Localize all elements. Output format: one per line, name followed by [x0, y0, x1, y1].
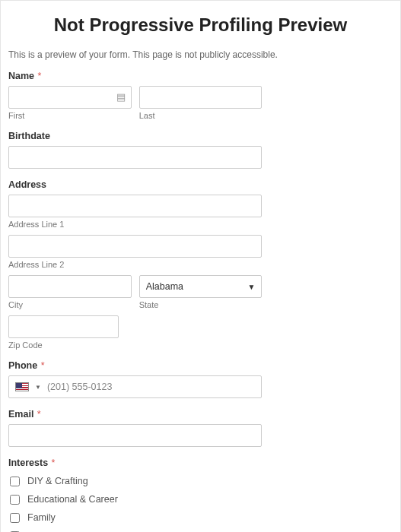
first-name-input[interactable]: [8, 86, 132, 109]
interests-label: Interests *: [8, 458, 393, 468]
interest-label: DIY & Crafting: [27, 476, 88, 486]
checkbox[interactable]: [10, 513, 20, 523]
phone-group: Phone * ▼ (201) 555-0123: [8, 360, 393, 398]
first-name-wrap: ▤: [8, 86, 132, 109]
last-name-col: Last: [139, 86, 263, 120]
phone-label-text: Phone: [8, 360, 37, 371]
phone-label: Phone *: [8, 360, 393, 371]
interest-diy[interactable]: DIY & Crafting: [10, 476, 393, 486]
state-value: Alabama: [146, 281, 183, 292]
interest-family[interactable]: Family: [10, 512, 393, 523]
address-line2-wrap: Address Line 2: [8, 235, 262, 269]
chevron-down-icon: ▼: [247, 283, 255, 291]
city-state-row: City Alabama ▼ State: [8, 275, 262, 309]
zip-sublabel: Zip Code: [8, 340, 119, 350]
address-label: Address: [8, 179, 393, 190]
city-sublabel: City: [8, 300, 132, 309]
preview-note: This is a preview of your form. This pag…: [8, 49, 393, 60]
interests-required: *: [52, 458, 56, 468]
email-wrap: [8, 424, 262, 447]
checkbox[interactable]: [10, 477, 20, 486]
name-label-text: Name: [8, 71, 34, 81]
birthdate-group: Birthdate: [8, 131, 393, 169]
email-group: Email *: [8, 409, 393, 447]
address-line2-sublabel: Address Line 2: [8, 260, 262, 269]
form-container: Not Progressive Profiling Preview This i…: [0, 0, 401, 532]
first-name-sublabel: First: [8, 111, 132, 120]
last-name-input[interactable]: [139, 86, 263, 109]
us-flag-icon: [15, 382, 29, 391]
address-line2-input[interactable]: [8, 235, 262, 258]
page-title: Not Progressive Profiling Preview: [8, 14, 393, 36]
birthdate-wrap: [8, 146, 262, 169]
state-select[interactable]: Alabama ▼: [139, 275, 263, 298]
address-group: Address Address Line 1 Address Line 2 Ci…: [8, 179, 393, 350]
interests-list: DIY & Crafting Educational & Career Fami…: [8, 476, 393, 532]
name-required: *: [38, 71, 42, 81]
name-label: Name *: [8, 71, 393, 81]
interests-group: Interests * DIY & Crafting Educational &…: [8, 458, 393, 532]
state-sublabel: State: [139, 300, 263, 309]
last-name-sublabel: Last: [139, 111, 263, 120]
city-col: City: [8, 275, 132, 309]
interest-educational[interactable]: Educational & Career: [10, 494, 393, 505]
interest-label: Family: [27, 512, 56, 523]
first-name-col: ▤ First: [8, 86, 132, 120]
address-line1-sublabel: Address Line 1: [8, 220, 262, 229]
birthdate-input[interactable]: [8, 146, 262, 169]
city-input[interactable]: [8, 275, 132, 298]
zip-input[interactable]: [8, 315, 119, 338]
interests-label-text: Interests: [8, 458, 48, 468]
interest-label: Educational & Career: [27, 494, 118, 505]
address-line1-wrap: Address Line 1: [8, 195, 262, 229]
state-col: Alabama ▼ State: [139, 275, 263, 309]
zip-wrap: Zip Code: [8, 315, 119, 350]
name-row: ▤ First Last: [8, 86, 262, 120]
birthdate-label: Birthdate: [8, 131, 393, 141]
address-line1-input[interactable]: [8, 195, 262, 217]
phone-input[interactable]: ▼ (201) 555-0123: [8, 375, 262, 398]
email-label: Email *: [8, 409, 393, 420]
email-input[interactable]: [8, 424, 262, 447]
phone-wrap: ▼ (201) 555-0123: [8, 375, 262, 398]
phone-placeholder: (201) 555-0123: [47, 382, 112, 392]
phone-required: *: [41, 360, 45, 371]
email-required: *: [37, 409, 41, 420]
checkbox[interactable]: [10, 495, 20, 505]
chevron-down-icon: ▼: [35, 384, 41, 391]
name-group: Name * ▤ First Last: [8, 71, 393, 120]
email-label-text: Email: [8, 409, 33, 420]
